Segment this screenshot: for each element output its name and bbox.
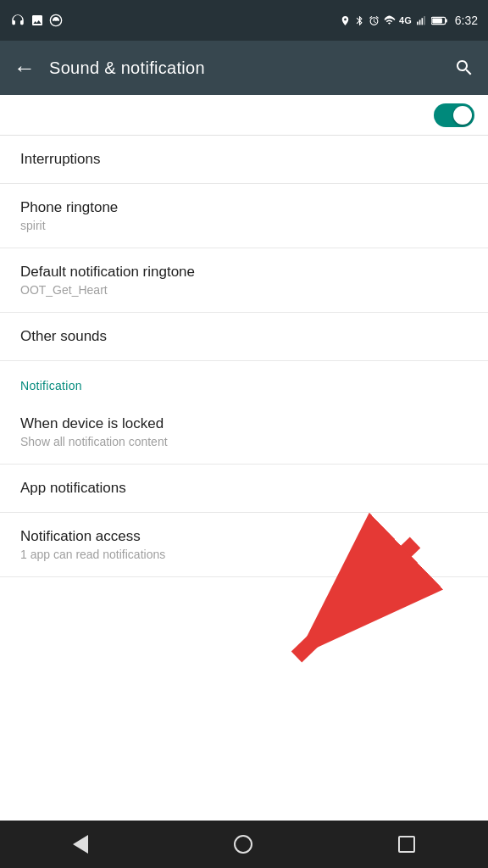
app-bar: ← Sound & notification [0,41,488,95]
status-bar-right-icons: 4G 6:32 [340,14,478,27]
when-device-locked-item[interactable]: When device is locked Show all notificat… [0,400,488,465]
battery-icon [431,15,448,26]
sound-toggle[interactable] [434,103,474,127]
phone-ringtone-item[interactable]: Phone ringtone spirit [0,184,488,248]
notification-header-text: Notification [20,379,82,392]
when-device-locked-subtitle: Show all notification content [20,435,468,448]
nav-back-button[interactable] [73,835,88,854]
toggle-area [0,95,488,136]
image-icon [30,14,44,27]
nav-recents-button[interactable] [398,836,415,853]
nav-home-button[interactable] [234,835,252,854]
wifi-icon [383,15,396,26]
alarm-icon [369,15,380,26]
location-icon [340,15,351,26]
svg-rect-1 [417,21,419,25]
interruptions-title: Interruptions [20,151,468,168]
status-bar-left-icons [10,13,63,28]
status-bar: 4G 6:32 [0,0,488,41]
interruptions-item[interactable]: Interruptions [0,136,488,184]
settings-list: Interruptions Phone ringtone spirit Defa… [0,136,488,577]
notification-access-title: Notification access [20,528,468,545]
app-notifications-item[interactable]: App notifications [0,465,488,513]
other-sounds-item[interactable]: Other sounds [0,313,488,361]
page-title: Sound & notification [49,58,441,78]
notification-section-header: Notification [0,361,488,400]
other-sounds-title: Other sounds [20,328,468,345]
bottom-nav [0,821,488,868]
app-notifications-title: App notifications [20,480,468,497]
default-notification-ringtone-subtitle: OOT_Get_Heart [20,283,468,297]
phone-ringtone-title: Phone ringtone [20,199,468,216]
notification-access-subtitle: 1 app can read notifications [20,548,468,561]
svg-rect-3 [421,18,423,25]
search-button[interactable] [454,58,474,78]
default-notification-ringtone-item[interactable]: Default notification ringtone OOT_Get_He… [0,248,488,313]
svg-rect-2 [419,19,421,25]
notification-access-item[interactable]: Notification access 1 app can read notif… [0,513,488,577]
back-button[interactable]: ← [14,55,36,81]
phone-ringtone-subtitle: spirit [20,219,468,232]
svg-rect-6 [445,19,446,22]
lte-indicator: 4G [399,15,412,25]
signal-icon [415,15,428,26]
bluetooth-icon [354,15,365,26]
default-notification-ringtone-title: Default notification ringtone [20,264,468,281]
status-time: 6:32 [455,14,478,27]
steam-icon [49,14,63,27]
svg-rect-4 [424,16,425,25]
headphones-icon [10,13,25,28]
svg-rect-7 [432,18,442,23]
when-device-locked-title: When device is locked [20,415,468,432]
